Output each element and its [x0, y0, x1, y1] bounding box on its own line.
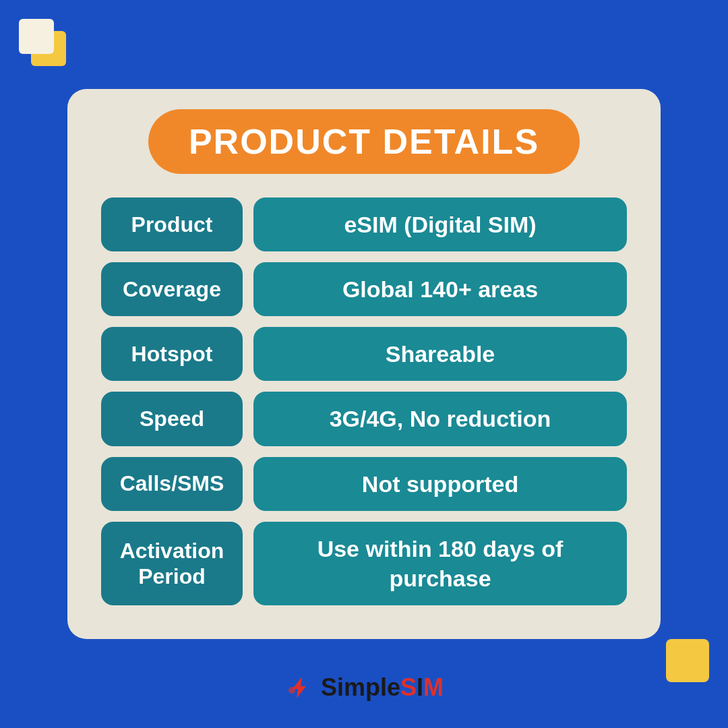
tl-front-square: [19, 19, 54, 54]
brand-name: SimpleSIM: [321, 673, 444, 702]
page-title: PRODUCT DETAILS: [189, 121, 539, 162]
label-coverage: Coverage: [101, 262, 243, 316]
brand-icon: [284, 673, 314, 702]
footer: SimpleSIM: [0, 673, 728, 702]
value-hotspot: Shareable: [253, 327, 627, 381]
label-calls-sms: Calls/SMS: [101, 457, 243, 511]
value-activation-period: Use within 180 days of purchase: [253, 522, 627, 605]
label-activation-period: Activation Period: [101, 522, 243, 605]
table-row: Product eSIM (Digital SIM): [101, 198, 627, 251]
value-calls-sms: Not supported: [253, 457, 627, 511]
table-row: Coverage Global 140+ areas: [101, 262, 627, 316]
label-product: Product: [101, 198, 243, 251]
title-badge: PRODUCT DETAILS: [148, 109, 580, 174]
details-table: Product eSIM (Digital SIM) Coverage Glob…: [101, 198, 627, 605]
brand-container: SimpleSIM: [284, 673, 444, 702]
table-row: Speed 3G/4G, No reduction: [101, 392, 627, 446]
product-details-card: PRODUCT DETAILS Product eSIM (Digital SI…: [67, 89, 661, 639]
value-speed: 3G/4G, No reduction: [253, 392, 627, 446]
label-speed: Speed: [101, 392, 243, 446]
label-hotspot: Hotspot: [101, 327, 243, 381]
table-row: Calls/SMS Not supported: [101, 457, 627, 511]
table-row: Activation Period Use within 180 days of…: [101, 522, 627, 605]
value-product: eSIM (Digital SIM): [253, 198, 627, 251]
table-row: Hotspot Shareable: [101, 327, 627, 381]
top-left-decoration: [19, 19, 67, 67]
value-coverage: Global 140+ areas: [253, 262, 627, 316]
svg-point-0: [289, 687, 295, 694]
